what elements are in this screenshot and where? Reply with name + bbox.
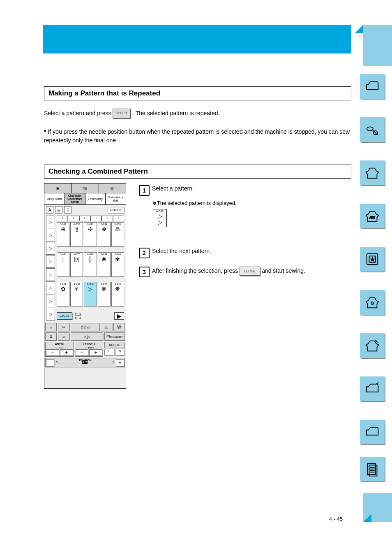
- reverse-icon[interactable]: ∩: [45, 323, 57, 331]
- length-plus[interactable]: +: [89, 349, 102, 356]
- side-tab-2[interactable]: [360, 117, 385, 142]
- mode-icon-3[interactable]: ↧: [64, 206, 71, 214]
- side-selection-strip: ▷ ▷ ▷ ▷ ▷ ▷ ▷ ▷: [46, 216, 55, 321]
- size-l[interactable]: L: [104, 349, 114, 355]
- repeat-icon[interactable]: ✩✩✩: [71, 323, 99, 331]
- side-tab-9[interactable]: [360, 420, 385, 444]
- pattern-cell[interactable]: 6-033✣: [84, 222, 97, 247]
- pattern-cell[interactable]: 6-035⁂: [111, 222, 124, 247]
- needle-icon[interactable]: ⇊: [101, 323, 112, 331]
- pattern-cell[interactable]: 6-031⊕: [57, 222, 69, 247]
- device-screen: ▣ ?▤ ▤ Utility Stitch Character Decorati…: [44, 183, 126, 389]
- mode-icon-1[interactable]: A: [46, 206, 53, 214]
- foot-icon: ⊥: [57, 216, 68, 221]
- pattern-cell[interactable]: 6-041✿: [57, 282, 69, 307]
- tension-scale: TENSION 04.29: [55, 359, 115, 367]
- dev-top-icon-1[interactable]: ▣: [44, 183, 71, 193]
- section-title-2: Checking a Combined Pattern: [44, 165, 351, 179]
- foot-icon: ⊥: [90, 216, 101, 221]
- side-tab-5[interactable]: ★: [360, 247, 385, 272]
- paragraph-a: Select a pattern and press ✩✩ ✩ . The se…: [44, 109, 352, 118]
- tab-character[interactable]: Character Decorative Stitch: [65, 193, 85, 204]
- guide-icon[interactable]: ◅: [58, 332, 69, 341]
- pattern-cell[interactable]: 6-036჻: [57, 252, 69, 277]
- selected-pattern-preview: 6-043 ▷ ▷: [153, 209, 167, 227]
- strip-item[interactable]: ▷: [46, 281, 55, 294]
- svg-text:ABC: ABC: [369, 216, 375, 219]
- side-tab-6[interactable]: [360, 290, 385, 315]
- tab-utility[interactable]: Utility Stitch: [44, 193, 65, 204]
- close-button-ref[interactable]: CLOSE: [240, 267, 260, 276]
- steps-column: 1Select a pattern. ✽The selected pattern…: [139, 185, 348, 281]
- cut-icon[interactable]: ✂: [58, 323, 69, 331]
- page-next-button[interactable]: ▶: [114, 312, 124, 320]
- device-close-button[interactable]: CLOSE: [57, 312, 72, 320]
- page-indicator: P. 3P. 9: [75, 312, 81, 320]
- footer-rule: [44, 512, 351, 512]
- section-title-1: Making a Pattern that is Repeated: [44, 86, 351, 100]
- width-label: WIDTH: [46, 343, 73, 346]
- delete-button[interactable]: DELETE: [104, 342, 125, 348]
- mode-icon-2[interactable]: ◎: [55, 206, 62, 214]
- strip-item[interactable]: ▷: [46, 216, 55, 228]
- memory-button[interactable]: 💾MEMORY: [104, 332, 125, 341]
- width-plus[interactable]: +: [60, 349, 73, 356]
- tension-plus[interactable]: +: [116, 359, 124, 367]
- strip-item[interactable]: ▷: [46, 268, 55, 281]
- side-tab-3[interactable]: [360, 160, 385, 185]
- svg-point-6: [371, 302, 374, 304]
- length-minus[interactable]: –: [76, 349, 89, 356]
- strip-item[interactable]: ▷: [46, 308, 55, 320]
- pattern-cell[interactable]: 6-034❖: [98, 222, 111, 247]
- pattern-cell[interactable]: 6-037回: [70, 252, 83, 277]
- side-tab-1[interactable]: [360, 74, 385, 99]
- step-3: 3After finishing the selection, press CL…: [139, 267, 348, 277]
- repeat-pattern-icon-button[interactable]: ✩✩ ✩: [113, 109, 131, 118]
- mirror-h-icon[interactable]: ◁▷: [71, 332, 103, 341]
- svg-text:★: ★: [371, 257, 374, 262]
- tab-edit[interactable]: Embroidery Edit: [106, 193, 126, 204]
- pattern-cell[interactable]: 6-040✾: [111, 252, 124, 277]
- pattern-cell[interactable]: 6-039❀: [98, 252, 111, 277]
- length-label: LENGTH: [76, 343, 103, 346]
- step-1: 1Select a pattern.: [139, 185, 348, 196]
- svg-point-0: [367, 127, 373, 131]
- dev-top-icon-3[interactable]: ▤: [99, 183, 126, 193]
- bottom-side-corner: [363, 493, 392, 522]
- strip-item[interactable]: ▷: [46, 295, 55, 307]
- pattern-cell[interactable]: 6-042⚘: [70, 282, 83, 307]
- side-tab-4[interactable]: ABC: [360, 204, 385, 228]
- pattern-cell[interactable]: 6-044❃: [98, 282, 111, 307]
- header-band: [43, 25, 351, 53]
- foot-icon: ⊥: [79, 216, 90, 221]
- foot-icon: ⊥: [101, 216, 113, 221]
- width-minus[interactable]: –: [46, 349, 59, 356]
- page-number: 4 - 45: [329, 516, 343, 522]
- foot-icon: ⊥: [113, 216, 124, 221]
- tension-minus[interactable]: –: [46, 359, 54, 367]
- pattern-cell[interactable]: 6-045❋: [111, 282, 124, 307]
- size-s[interactable]: S: [115, 349, 125, 355]
- pattern-cell[interactable]: 6-032§: [70, 222, 83, 247]
- mirror-v-icon[interactable]: ⇕: [45, 332, 57, 341]
- check-button[interactable]: CHECK: [108, 207, 124, 213]
- memo-note: *If you press the needle position button…: [44, 128, 352, 145]
- tab-embroidery[interactable]: Embroidery: [85, 193, 106, 204]
- pattern-cell[interactable]: 6-038╬: [84, 252, 97, 277]
- twin-icon[interactable]: W: [113, 323, 125, 331]
- step-2: 2Select the next pattern.: [139, 248, 348, 258]
- side-corner: [363, 25, 392, 66]
- strip-item[interactable]: ▷: [46, 242, 55, 255]
- dev-top-icon-2[interactable]: ?▤: [71, 183, 99, 193]
- strip-item[interactable]: ▷: [46, 255, 55, 268]
- side-tab-10[interactable]: [360, 457, 385, 481]
- strip-item[interactable]: ▷: [46, 229, 55, 242]
- pattern-cell-selected[interactable]: 6-043▷: [84, 282, 97, 307]
- side-tab-7[interactable]: [360, 333, 385, 358]
- side-tab-8[interactable]: [360, 376, 385, 401]
- foot-icon: ⊥: [68, 216, 79, 221]
